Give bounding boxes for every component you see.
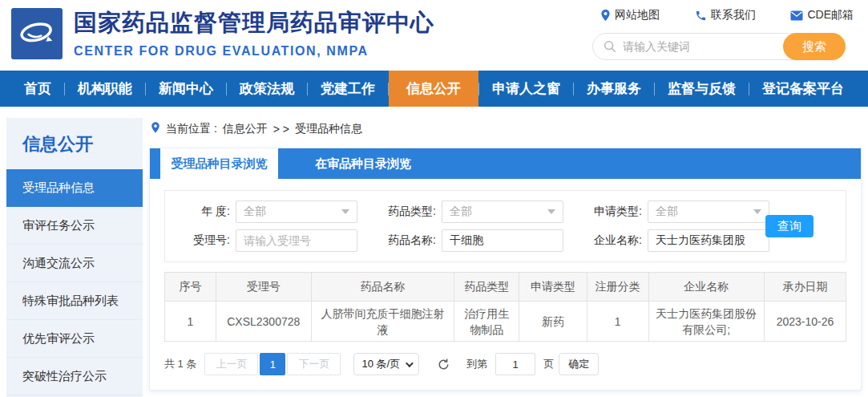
nav-item-news[interactable]: 新闻中心 [146,71,226,107]
sitemap-link-label: 网站地图 [615,8,660,22]
contact-link[interactable]: 联系我们 [695,8,756,22]
sidebar-item-special-approval[interactable]: 特殊审批品种列表 [6,282,143,320]
chevron-down-icon [547,209,555,214]
goto-suffix: 页 [543,357,554,371]
nav-item-services[interactable]: 办事服务 [574,71,654,107]
drug-type-filter: 药品类型: 全部 [357,201,563,223]
main-content: 当前位置 : 信息公开 > > 受理品种信息 受理品种目录浏览 在审品种目录浏览… [149,118,862,397]
year-filter: 年 度: 全部 [165,201,357,223]
pagination: 共 1 条 上一页 1 下一页 10 条/页 到第 页 确定 [164,353,846,375]
chevron-down-icon [406,359,414,367]
mail-link-label: CDE邮箱 [807,8,854,22]
col-header-undertake-date: 承办日期 [765,273,846,302]
col-header-seq: 序号 [165,273,216,302]
sidebar: 信息公开 受理品种信息 审评任务公示 沟通交流公示 特殊审批品种列表 优先审评公… [6,118,143,397]
main-nav: 首页 机构职能 新闻中心 政策法规 党建工作 信息公开 申请人之窗 办事服务 监… [0,71,868,107]
sidebar-title: 信息公开 [6,118,143,169]
goto-page-input[interactable] [495,353,535,375]
contact-link-label: 联系我们 [711,8,756,22]
cde-logo [11,8,63,59]
acceptance-no-input[interactable] [236,229,357,252]
site-search-box: 搜索 [592,33,846,60]
nav-item-policies[interactable]: 政策法规 [227,71,307,107]
cell-apply-type: 新药 [519,302,587,342]
header-right: 网站地图 联系我们 CDE邮箱 [592,6,857,60]
acceptance-no-label: 受理号: [165,233,236,248]
results-table: 序号 受理号 药品名称 药品类型 申请类型 注册分类 企业名称 承办日期 1 [164,272,846,342]
drug-name-filter: 药品名称: [357,229,563,252]
filter-box: 年 度: 全部 药品类型: 全部 [164,190,846,262]
col-header-apply-type: 申请类型 [519,273,587,302]
mail-link[interactable]: CDE邮箱 [790,8,854,22]
search-button[interactable]: 搜索 [783,33,846,60]
body-row: 信息公开 受理品种信息 审评任务公示 沟通交流公示 特殊审批品种列表 优先审评公… [0,107,868,397]
sidebar-item-breakthrough-therapy[interactable]: 突破性治疗公示 [6,358,143,395]
tab-accepted-catalog[interactable]: 受理品种目录浏览 [160,148,278,179]
company-label: 企业名称: [563,233,648,248]
apply-type-filter: 申请类型: 全部 [563,201,769,223]
title-block: 国家药品监督管理局药品审评中心 CENTER FOR DRUG EVALUATI… [74,7,434,59]
top-links: 网站地图 联系我们 CDE邮箱 [592,6,857,22]
page: 国家药品监督管理局药品审评中心 CENTER FOR DRUG EVALUATI… [0,0,868,397]
cell-undertake-date: 2023-10-26 [765,302,846,342]
breadcrumb-section[interactable]: 信息公开 [223,122,268,136]
sidebar-item-communication[interactable]: 沟通交流公示 [6,245,143,282]
apply-type-select-value: 全部 [656,205,678,219]
phone-icon [695,10,707,22]
tab-under-review-catalog[interactable]: 在审品种目录浏览 [278,148,448,179]
breadcrumb-pin-icon [151,121,160,136]
search-icon [604,40,616,53]
nav-item-applicant-window[interactable]: 申请人之窗 [479,71,573,107]
year-select[interactable]: 全部 [236,201,357,223]
nav-item-information-disclosure[interactable]: 信息公开 [389,71,478,107]
sitemap-link[interactable]: 网站地图 [600,8,660,22]
drug-name-label: 药品名称: [357,233,442,248]
cell-drug-name: 人脐带间充质干细胞注射液 [311,302,454,342]
filter-row-2: 受理号: 药品名称: 企业名称: [165,229,846,252]
col-header-registration-class: 注册分类 [587,273,649,302]
sidebar-item-priority-review[interactable]: 优先审评公示 [6,320,143,358]
sidebar-item-accepted-varieties[interactable]: 受理品种信息 [6,169,143,207]
search-row: 搜索 [592,33,857,60]
table-row: 1 CXSL2300728 人脐带间充质干细胞注射液 治疗用生物制品 新药 1 … [165,302,846,342]
apply-type-label: 申请类型: [563,205,648,219]
site-title: 国家药品监督管理局药品审评中心 [74,7,434,39]
prev-page-button[interactable]: 上一页 [204,353,258,375]
site-subtitle: CENTER FOR DRUG EVALUATION, NMPA [74,44,434,59]
drug-type-label: 药品类型: [357,205,442,219]
nav-item-party-building[interactable]: 党建工作 [308,71,388,107]
page-size-value: 10 条/页 [361,357,400,371]
page-number-button[interactable]: 1 [260,353,285,375]
breadcrumb: 当前位置 : 信息公开 > > 受理品种信息 [151,121,862,136]
cell-seq: 1 [165,302,216,342]
confirm-button[interactable]: 确定 [559,353,599,375]
col-header-acceptance-no: 受理号 [216,273,311,302]
nav-item-home[interactable]: 首页 [11,71,64,107]
cell-company: 天士力医药集团股份有限公司; [648,302,765,342]
next-page-button[interactable]: 下一页 [287,353,341,375]
content-panel: 受理品种目录浏览 在审品种目录浏览 年 度: 全部 药品类型 [149,148,862,391]
filter-row-1: 年 度: 全部 药品类型: 全部 [165,201,846,223]
nav-item-functions[interactable]: 机构职能 [65,71,145,107]
sidebar-item-review-tasks[interactable]: 审评任务公示 [6,207,143,245]
company-input[interactable] [648,229,769,252]
drug-name-input[interactable] [442,229,563,252]
nav-item-registration-platform[interactable]: 登记备案平台 [749,71,857,107]
apply-type-select[interactable]: 全部 [648,201,769,223]
table-header-row: 序号 受理号 药品名称 药品类型 申请类型 注册分类 企业名称 承办日期 [165,273,846,302]
drug-type-select[interactable]: 全部 [442,201,563,223]
mail-icon [790,10,803,21]
tab-bar: 受理品种目录浏览 在审品种目录浏览 [150,148,861,179]
page-size-select[interactable]: 10 条/页 [353,353,419,375]
refresh-icon[interactable] [437,358,450,371]
nav-item-supervision-feedback[interactable]: 监督与反馈 [655,71,749,107]
query-button[interactable]: 查询 [765,215,813,237]
breadcrumb-current: 受理品种信息 [295,122,362,136]
location-pin-icon [600,9,611,22]
breadcrumb-prefix: 当前位置 : [166,122,217,136]
goto-prefix: 到第 [466,357,487,371]
cell-drug-type: 治疗用生物制品 [454,302,519,342]
year-select-value: 全部 [244,205,266,219]
col-header-company: 企业名称 [648,273,765,302]
total-count: 共 1 条 [164,357,196,371]
